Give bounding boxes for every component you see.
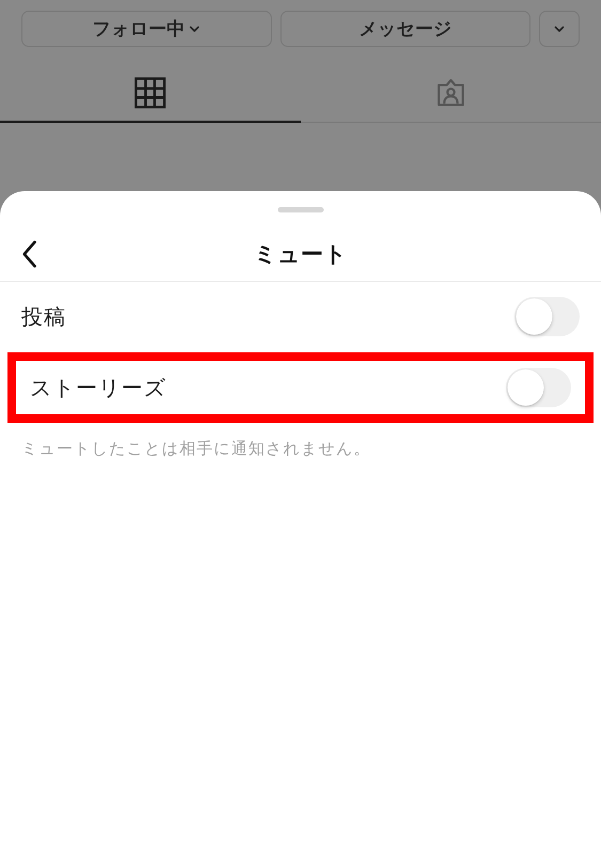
sheet-grabber[interactable] — [278, 207, 324, 212]
mute-stories-label: ストーリーズ — [30, 373, 167, 403]
mute-posts-toggle[interactable] — [514, 297, 580, 336]
mute-posts-row: 投稿 — [21, 282, 601, 351]
mute-posts-label: 投稿 — [21, 302, 66, 332]
toggle-knob — [508, 369, 544, 406]
mute-bottom-sheet: ミュート 投稿 ストーリーズ ミュートしたことは相手に通知されません。 — [0, 191, 601, 868]
mute-stories-toggle[interactable] — [506, 368, 571, 407]
chevron-left-icon — [20, 239, 40, 269]
annotation-highlight-box: ストーリーズ — [7, 352, 594, 423]
sheet-header: ミュート — [0, 226, 601, 282]
mute-stories-row: ストーリーズ — [16, 361, 585, 414]
mute-footer-note: ミュートしたことは相手に通知されません。 — [0, 426, 601, 460]
sheet-title: ミュート — [254, 239, 347, 269]
toggle-knob — [516, 298, 552, 335]
back-button[interactable] — [14, 238, 46, 270]
